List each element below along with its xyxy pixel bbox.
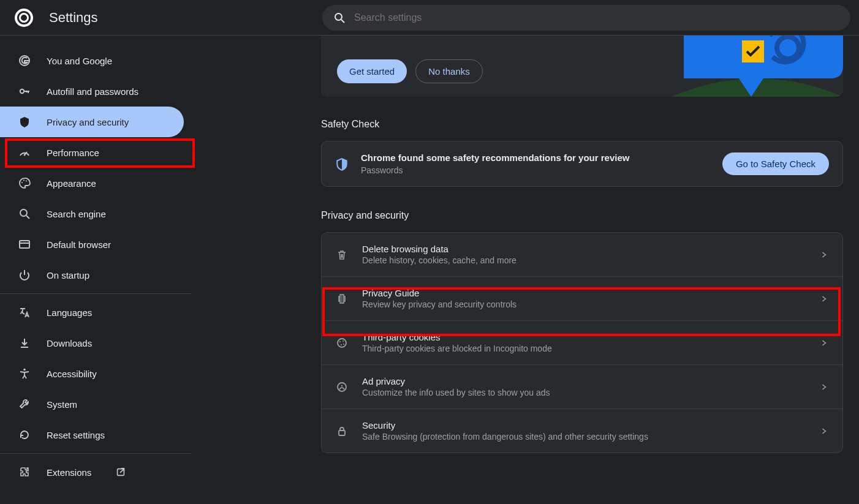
- chevron-right-icon: [819, 382, 829, 392]
- sidebar-divider: [0, 293, 191, 294]
- sidebar-divider: [0, 453, 191, 454]
- shield-icon: [335, 157, 349, 171]
- sidebar-item-performance[interactable]: Performance: [0, 137, 191, 168]
- sidebar-item-label: Default browser: [47, 239, 111, 250]
- reset-icon: [18, 429, 31, 441]
- search-settings-field[interactable]: [322, 5, 850, 31]
- shield-icon: [18, 116, 31, 128]
- chrome-logo-icon: [15, 9, 33, 27]
- privacy-row-security[interactable]: SecuritySafe Browsing (protection from d…: [322, 409, 842, 453]
- chevron-right-icon: [819, 294, 829, 304]
- sidebar-item-label: Extensions: [47, 467, 91, 478]
- sidebar-item-label: Privacy and security: [47, 117, 129, 127]
- sidebar-item-label: Appearance: [47, 178, 96, 189]
- privacy-security-heading: Privacy and security: [321, 210, 843, 221]
- sidebar-item-search-engine[interactable]: Search engine: [0, 198, 191, 229]
- chevron-right-icon: [819, 250, 829, 260]
- privacy-row-ad-privacy[interactable]: Ad privacyCustomize the info used by sit…: [322, 365, 842, 409]
- row-title: Security: [362, 420, 806, 431]
- sidebar-item-extensions[interactable]: Extensions: [0, 457, 191, 487]
- search-input[interactable]: [354, 12, 839, 23]
- promo-card: Get started No thanks: [321, 36, 843, 97]
- safety-check-heading: Safety Check: [321, 119, 843, 130]
- sidebar-item-label: Languages: [47, 307, 92, 318]
- chevron-right-icon: [819, 426, 829, 436]
- sidebar-item-reset[interactable]: Reset settings: [0, 419, 191, 450]
- search-icon: [18, 208, 31, 220]
- no-thanks-button[interactable]: No thanks: [415, 59, 483, 83]
- sidebar-item-label: System: [47, 399, 77, 410]
- sidebar-item-privacy-security[interactable]: Privacy and security: [0, 107, 184, 137]
- sidebar-item-autofill-passwords[interactable]: Autofill and passwords: [0, 76, 191, 107]
- safety-check-title: Chrome found some safety recommendations…: [361, 152, 710, 163]
- sidebar-item-label: You and Google: [47, 56, 112, 66]
- main-content: Get started No thanks Safety Check Chrom…: [191, 36, 859, 504]
- sidebar-item-default-browser[interactable]: Default browser: [0, 229, 191, 260]
- accessibility-icon: [18, 367, 31, 380]
- browser-icon: [18, 238, 31, 250]
- row-title: Third-party cookies: [362, 332, 806, 342]
- sidebar-item-label: Autofill and passwords: [47, 86, 138, 97]
- sidebar-item-label: Search engine: [47, 209, 106, 219]
- power-icon: [18, 269, 31, 281]
- get-started-button[interactable]: Get started: [337, 59, 407, 83]
- sidebar-item-you-and-google[interactable]: You and Google: [0, 45, 191, 76]
- app-title: Settings: [49, 10, 98, 26]
- promo-illustration: [672, 36, 843, 97]
- chevron-right-icon: [819, 338, 829, 348]
- sidebar-item-appearance[interactable]: Appearance: [0, 168, 191, 198]
- sidebar-item-on-startup[interactable]: On startup: [0, 260, 191, 290]
- privacy-row-third-party-cookies[interactable]: Third-party cookiesThird-party cookies a…: [322, 321, 842, 365]
- safety-check-subtitle: Passwords: [361, 165, 710, 175]
- trash-icon: [335, 248, 349, 261]
- sidebar-item-label: Accessibility: [47, 369, 97, 379]
- sidebar: You and GoogleAutofill and passwordsPriv…: [0, 36, 191, 504]
- lock-icon: [335, 424, 349, 438]
- external-link-icon: [115, 466, 127, 478]
- ads-icon: [335, 380, 349, 394]
- sidebar-item-languages[interactable]: Languages: [0, 297, 191, 328]
- translate-icon: [18, 306, 31, 318]
- header: Settings: [0, 0, 859, 36]
- row-title: Ad privacy: [362, 376, 806, 386]
- row-subtitle: Safe Browsing (protection from dangerous…: [362, 432, 806, 442]
- row-subtitle: Delete history, cookies, cache, and more: [362, 255, 806, 265]
- sidebar-item-label: Performance: [47, 148, 99, 158]
- sidebar-item-accessibility[interactable]: Accessibility: [0, 358, 191, 389]
- palette-icon: [18, 177, 31, 189]
- speed-icon: [18, 146, 31, 159]
- privacy-security-list: Delete browsing dataDelete history, cook…: [321, 232, 843, 453]
- download-icon: [18, 337, 31, 349]
- safety-check-card: Chrome found some safety recommendations…: [321, 141, 843, 187]
- guide-icon: [335, 292, 349, 306]
- sidebar-item-label: Reset settings: [47, 430, 105, 440]
- google-icon: [18, 55, 31, 67]
- privacy-row-privacy-guide[interactable]: Privacy GuideReview key privacy and secu…: [322, 277, 842, 321]
- row-title: Privacy Guide: [362, 288, 806, 298]
- row-subtitle: Review key privacy and security controls: [362, 299, 806, 309]
- sidebar-item-label: Downloads: [47, 338, 92, 348]
- go-to-safety-check-button[interactable]: Go to Safety Check: [722, 152, 829, 175]
- search-icon: [333, 12, 346, 24]
- row-subtitle: Third-party cookies are blocked in Incog…: [362, 344, 806, 353]
- sidebar-item-downloads[interactable]: Downloads: [0, 328, 191, 358]
- row-title: Delete browsing data: [362, 244, 806, 254]
- key-icon: [18, 85, 31, 97]
- wrench-icon: [18, 398, 31, 410]
- sidebar-item-system[interactable]: System: [0, 389, 191, 419]
- privacy-row-delete-browsing-data[interactable]: Delete browsing dataDelete history, cook…: [322, 233, 842, 277]
- cookie-icon: [335, 336, 349, 350]
- puzzle-icon: [18, 466, 31, 478]
- row-subtitle: Customize the info used by sites to show…: [362, 388, 806, 397]
- sidebar-item-label: On startup: [47, 270, 89, 280]
